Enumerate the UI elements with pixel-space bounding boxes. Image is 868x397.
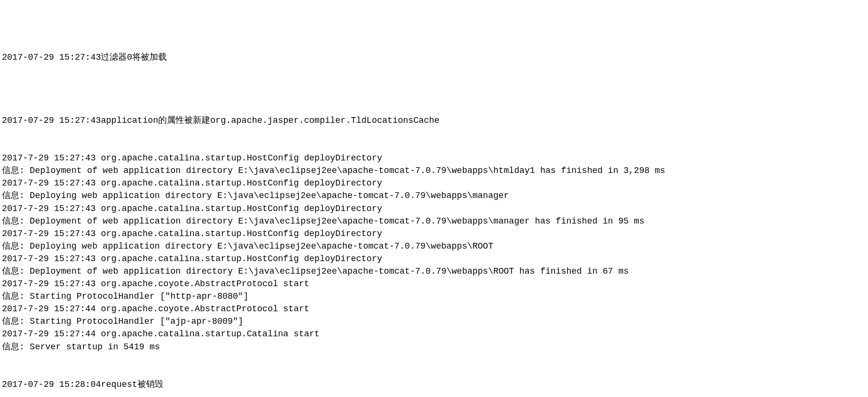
log-line: 2017-7-29 15:27:44 org.apache.coyote.Abs… [2, 303, 866, 315]
log-line: 2017-7-29 15:27:43 org.apache.catalina.s… [2, 152, 866, 164]
log-line: 信息: Deployment of web application direct… [2, 164, 866, 177]
log-line [2, 139, 866, 152]
log-line: 2017-7-29 15:27:43 org.apache.coyote.Abs… [2, 278, 866, 290]
log-line: 信息: Deploying web application directory … [2, 240, 866, 252]
log-line: 信息: Starting ProtocolHandler ["http-apr-… [2, 290, 866, 303]
log-line: 2017-7-29 15:27:44 org.apache.catalina.s… [2, 328, 866, 340]
log-line: 信息: Deployment of web application direct… [2, 215, 866, 227]
log-line: 2017-07-29 15:28:04request被销毁 [2, 378, 866, 391]
log-line: 2017-7-29 15:27:43 org.apache.catalina.s… [2, 227, 866, 240]
log-line: 信息: Deployment of web application direct… [2, 265, 866, 278]
log-line [2, 77, 866, 89]
log-line: 2017-7-29 15:27:43 org.apache.catalina.s… [2, 252, 866, 265]
log-line [2, 366, 866, 378]
log-line [2, 353, 866, 366]
log-line: 信息: Server startup in 5419 ms [2, 341, 866, 353]
console-log-output: 2017-07-29 15:27:43过滤器0将被加载 2017-07-29 1… [2, 51, 866, 391]
log-line: 信息: Deploying web application directory … [2, 189, 866, 202]
log-line: 2017-7-29 15:27:43 org.apache.catalina.s… [2, 202, 866, 215]
log-line: 2017-07-29 15:27:43过滤器0将被加载 [2, 51, 866, 64]
log-line: 2017-7-29 15:27:43 org.apache.catalina.s… [2, 177, 866, 189]
log-line [2, 127, 866, 139]
log-line: 2017-07-29 15:27:43application的属性被新建org.… [2, 114, 866, 127]
log-line [2, 64, 866, 76]
log-line: 信息: Starting ProtocolHandler ["ajp-apr-8… [2, 315, 866, 328]
log-line [2, 102, 866, 114]
log-line [2, 89, 866, 102]
